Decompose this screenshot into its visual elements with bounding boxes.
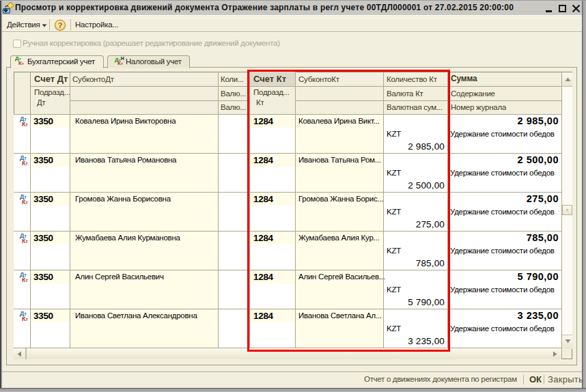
svg-text:?: ? <box>58 21 63 29</box>
